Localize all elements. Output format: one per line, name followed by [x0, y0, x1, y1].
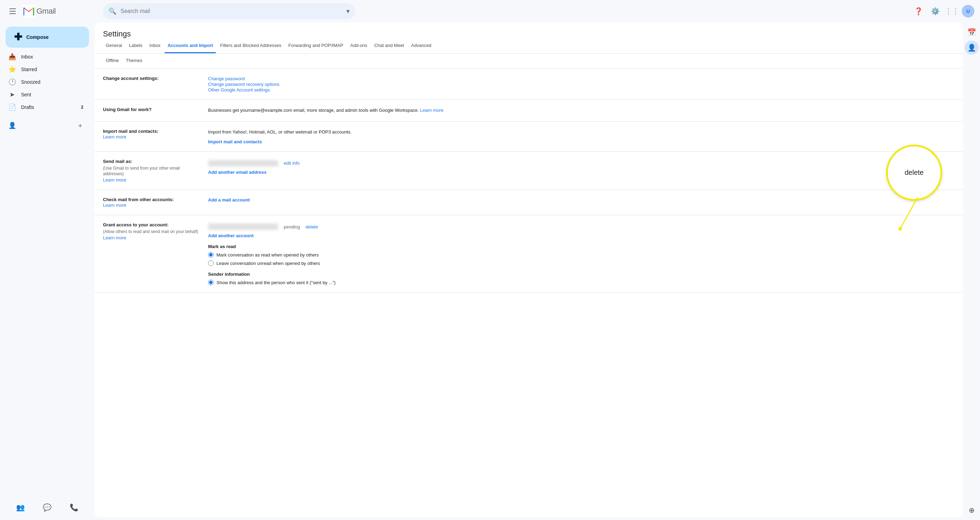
pending-text: pending: [284, 224, 300, 230]
settings-tabs: General Labels Inbox Accounts and Import…: [95, 38, 963, 54]
topbar-right: ❓ ⚙️ ⋮⋮ U: [912, 4, 974, 18]
send-mail-as-sublabel: (Use Gmail to send from your other email…: [103, 165, 200, 177]
gmail-work-text: Businesses get yourname@example.com emai…: [208, 108, 420, 113]
send-mail-as-learn-more-link[interactable]: Learn more: [103, 177, 126, 183]
radio-item-leave-unread[interactable]: Leave conversation unread when opened by…: [208, 260, 955, 266]
settings-tabs2: Offline Themes: [95, 54, 963, 69]
radio-mark-read-input[interactable]: [208, 252, 214, 258]
check-mail-value-col: Add a mail account: [208, 197, 955, 208]
search-icon: 🔍: [108, 7, 116, 15]
tab-themes[interactable]: Themes: [123, 54, 145, 68]
radio-show-sender-input[interactable]: [208, 280, 214, 285]
contacts-icon-button[interactable]: 👤: [964, 41, 978, 55]
search-input[interactable]: [121, 8, 342, 14]
tab-filters[interactable]: Filters and Blocked Addresses: [217, 38, 284, 53]
svg-point-4: [898, 227, 902, 231]
tab-labels[interactable]: Labels: [126, 38, 145, 53]
expand-icon-button[interactable]: ⊕: [964, 503, 978, 517]
edit-info-link[interactable]: edit info: [284, 161, 300, 166]
gmail-work-learn-more-link[interactable]: Learn more: [420, 108, 443, 113]
check-mail-label: Check mail from other accounts:: [103, 197, 200, 202]
search-bar[interactable]: 🔍 ▾: [103, 3, 355, 19]
grant-access-row-actions: pending delete: [208, 223, 955, 230]
chat-icon-button[interactable]: 💬: [40, 500, 54, 514]
search-dropdown-button[interactable]: ▾: [347, 7, 350, 15]
mark-as-read-radio-group: Mark conversation as read when opened by…: [208, 252, 955, 266]
add-email-address-link[interactable]: Add another email address: [208, 170, 267, 175]
grant-access-delete-link[interactable]: delete: [305, 224, 318, 230]
settings-content: Change account settings: Change password…: [95, 69, 963, 293]
add-another-account-link[interactable]: Add another account: [208, 233, 254, 238]
drafts-badge: 2: [81, 105, 83, 110]
annotation-arrow: [897, 197, 925, 232]
tab-advanced[interactable]: Advanced: [408, 38, 434, 53]
mark-as-read-title: Mark as read: [208, 244, 955, 249]
annotation-label: delete: [905, 169, 924, 177]
grant-access-value-col: pending delete Add another account Mark …: [208, 222, 955, 285]
tab-accounts[interactable]: Accounts and Import: [165, 38, 216, 53]
import-mail-contacts-link[interactable]: Import mail and contacts: [208, 139, 262, 144]
tab-forwarding[interactable]: Forwarding and POP/IMAP: [285, 38, 346, 53]
tab-addons[interactable]: Add-ons: [347, 38, 370, 53]
sidebar-item-inbox[interactable]: 📥 Inbox: [0, 51, 89, 63]
import-mail-label: Import mail and contacts:: [103, 129, 200, 134]
add-label-icon: 👤: [8, 121, 16, 129]
tab-inbox[interactable]: Inbox: [147, 38, 164, 53]
meet-icon-button[interactable]: 📅: [964, 25, 978, 39]
tab-general[interactable]: General: [103, 38, 125, 53]
gmail-work-label: Using Gmail for work?: [103, 107, 200, 112]
check-mail-learn-more-link[interactable]: Learn more: [103, 203, 126, 208]
google-account-settings-link[interactable]: Other Google Account settings: [208, 87, 270, 93]
sidebar-item-drafts[interactable]: 📄 Drafts 2: [0, 101, 89, 113]
change-account-value-col: Change password Change password recovery…: [208, 76, 955, 93]
avatar[interactable]: U: [962, 5, 974, 18]
people-icon-button[interactable]: 👥: [13, 500, 27, 514]
settings-row-check-mail: Check mail from other accounts: Learn mo…: [95, 190, 963, 215]
change-account-label-col: Change account settings:: [103, 76, 208, 93]
import-mail-learn-more-link[interactable]: Learn more: [103, 134, 126, 139]
send-mail-as-label-col: Send mail as: (Use Gmail to send from yo…: [103, 159, 208, 183]
add-mail-account-link[interactable]: Add a mail account: [208, 197, 250, 203]
gmail-work-value-col: Businesses get yourname@example.com emai…: [208, 107, 955, 114]
radio-item-mark-read[interactable]: Mark conversation as read when opened by…: [208, 252, 955, 258]
change-password-recovery-link[interactable]: Change password recovery options: [208, 81, 280, 87]
settings-button[interactable]: ⚙️: [928, 4, 942, 18]
hamburger-icon: [10, 8, 16, 14]
compose-label: Compose: [26, 34, 49, 40]
topbar-left: Gmail: [6, 4, 100, 18]
radio-item-show-sender[interactable]: Show this address and the person who sen…: [208, 280, 955, 285]
import-mail-label-col: Import mail and contacts: Learn more: [103, 129, 208, 144]
radio-mark-read-label: Mark conversation as read when opened by…: [216, 252, 319, 258]
gmail-title: Gmail: [37, 6, 56, 16]
change-password-link[interactable]: Change password: [208, 76, 245, 81]
tab-offline[interactable]: Offline: [103, 54, 121, 68]
topbar: Gmail 🔍 ▾ ❓ ⚙️ ⋮⋮ U: [0, 0, 980, 22]
sidebar-item-snoozed[interactable]: 🕐 Snoozed: [0, 76, 89, 88]
compose-plus-icon: ✚: [14, 32, 22, 42]
add-icon: ＋: [77, 121, 83, 130]
sidebar-item-sent[interactable]: ➤ Sent: [0, 88, 89, 101]
inbox-label: Inbox: [21, 54, 83, 59]
help-button[interactable]: ❓: [912, 4, 925, 18]
sidebar-item-add-label[interactable]: 👤 ＋: [0, 119, 89, 132]
send-mail-as-value-col: edit info Add another email address: [208, 159, 955, 183]
send-mail-as-label: Send mail as:: [103, 159, 200, 164]
hamburger-menu-button[interactable]: [6, 4, 20, 18]
tab-chat[interactable]: Chat and Meet: [371, 38, 407, 53]
starred-icon: ⭐: [8, 65, 16, 73]
sent-label: Sent: [21, 92, 83, 97]
import-mail-value-col: Import from Yahoo!, Hotmail, AOL, or oth…: [208, 129, 955, 144]
phone-icon-button[interactable]: 📞: [67, 500, 81, 514]
sidebar-item-starred[interactable]: ⭐ Starred: [0, 63, 89, 76]
radio-leave-unread-input[interactable]: [208, 260, 214, 266]
grant-access-label-col: Grant access to your account: (Allow oth…: [103, 222, 208, 285]
grant-access-label: Grant access to your account:: [103, 222, 200, 227]
gmail-logo: Gmail: [22, 5, 56, 18]
gmail-m-icon: [22, 5, 35, 18]
send-mail-as-blurred-email: [208, 160, 278, 166]
grant-access-learn-more-link[interactable]: Learn more: [103, 235, 126, 240]
compose-button[interactable]: ✚ Compose: [6, 27, 89, 48]
radio-show-sender-label: Show this address and the person who sen…: [216, 280, 336, 285]
radio-leave-unread-label: Leave conversation unread when opened by…: [216, 261, 320, 266]
apps-button[interactable]: ⋮⋮: [945, 4, 959, 18]
